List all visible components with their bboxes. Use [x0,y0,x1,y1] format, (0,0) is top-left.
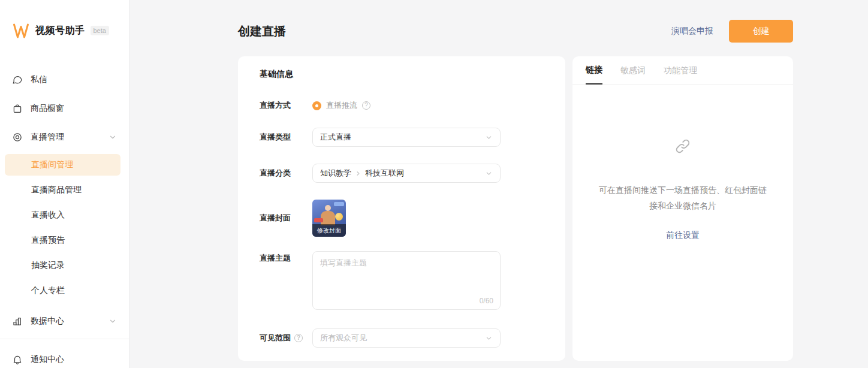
help-icon[interactable]: ? [362,101,370,110]
concert-apply-link[interactable]: 演唱会申报 [671,26,713,37]
cover-tag-decor [334,202,344,206]
live-type-row: 直播类型 正式直播 [260,128,544,147]
panel-tabs: 链接 敏感词 功能管理 [572,56,793,85]
cover-banner-decor [314,218,323,222]
live-category-row: 直播分类 知识教学 科技互联网 [260,164,544,183]
cover-coin-decor [335,213,343,221]
tab-links[interactable]: 链接 [586,65,602,85]
links-panel-card: 链接 敏感词 功能管理 可在直播间推送下一场直播预告、红包封面链接和企业微信名片… [572,56,793,361]
content-cards: 基础信息 直播方式 直播推流 ? 直播类型 [238,56,793,361]
tab-sensitive-words[interactable]: 敏感词 [620,65,646,84]
brand-name: 视频号助手 [35,25,85,37]
sidebar: 视频号助手 beta 私信 商品橱窗 直播管理 [0,0,129,368]
sidebar-item-live-management[interactable]: 直播管理 [0,123,129,152]
sidebar-item-label: 商品橱窗 [31,103,64,114]
sidebar-item-product-showcase[interactable]: 商品橱窗 [0,94,129,123]
live-type-label: 直播类型 [260,132,312,143]
chevron-right-icon [355,170,361,177]
live-topic-field-wrap: 0/60 [312,251,501,312]
live-category-select[interactable]: 知识教学 科技互联网 [312,164,501,183]
live-category-label: 直播分类 [260,168,312,179]
sidebar-item-data-center[interactable]: 数据中心 [0,307,129,336]
link-icon-wrap [674,138,691,157]
page-header: 创建直播 演唱会申报 创建 [238,20,793,43]
tab-feature-management[interactable]: 功能管理 [664,65,697,84]
live-mode-label: 直播方式 [260,100,312,111]
live-cover-label: 直播封面 [260,213,312,224]
sidebar-item-label: 直播管理 [31,132,64,143]
category-level-2: 科技互联网 [365,168,404,179]
header-actions: 演唱会申报 创建 [671,20,793,43]
visibility-row: 可见范围 ? 所有观众可见 [260,328,544,348]
sidebar-item-personal-column[interactable]: 个人专栏 [0,278,129,303]
sidebar-nav: 私信 商品橱窗 直播管理 直播间管理 直播商品管理 直播收入 [0,65,129,368]
sidebar-item-label: 直播间管理 [31,159,73,170]
sidebar-item-lottery-records[interactable]: 抽奖记录 [0,253,129,278]
sidebar-item-notification-center[interactable]: 通知中心 [0,345,129,368]
chevron-down-icon [485,334,493,342]
sidebar-item-label: 直播收入 [31,210,65,221]
radio-selected-icon[interactable] [312,101,321,110]
create-button[interactable]: 创建 [729,20,793,43]
sidebar-item-live-preview[interactable]: 直播预告 [0,228,129,253]
live-topic-input[interactable] [312,251,501,310]
create-live-form: 直播方式 直播推流 ? 直播类型 正式直播 [260,100,544,348]
sidebar-item-label: 通知中心 [31,354,64,365]
live-mode-options: 直播推流 ? [312,100,370,111]
visibility-value: 所有观众可见 [320,333,367,343]
brand: 视频号助手 beta [0,0,129,40]
shopping-bag-icon [12,103,23,114]
live-type-value: 正式直播 [320,132,351,143]
category-level-1: 知识教学 [320,168,351,179]
chevron-down-icon [485,134,493,141]
sidebar-item-messages[interactable]: 私信 [0,65,129,94]
chevron-down-icon [108,133,117,141]
sidebar-item-label: 数据中心 [31,316,64,327]
live-topic-row: 直播主题 0/60 [260,251,544,312]
chat-icon [12,74,23,85]
section-title: 基础信息 [260,69,544,80]
channels-logo-icon [12,22,30,40]
live-icon [12,132,23,143]
live-cover-thumbnail[interactable]: 修改封面 [312,200,346,237]
live-topic-label: 直播主题 [260,253,312,264]
live-cover-row: 直播封面 修改封面 [260,200,544,237]
links-panel-body: 可在直播间推送下一场直播预告、红包封面链接和企业微信名片 前往设置 [572,85,793,241]
go-to-settings-link[interactable]: 前往设置 [666,230,700,241]
visibility-label: 可见范围 ? [260,333,312,343]
sidebar-item-label: 个人专栏 [31,285,65,296]
bell-icon [12,354,23,365]
link-icon [674,138,691,155]
sidebar-item-live-income[interactable]: 直播收入 [0,203,129,228]
sidebar-item-label: 私信 [31,74,47,85]
panel-empty-text: 可在直播间推送下一场直播预告、红包封面链接和企业微信名片 [599,182,767,213]
sidebar-item-label: 直播商品管理 [31,185,82,195]
live-mode-row: 直播方式 直播推流 ? [260,100,544,111]
sidebar-item-live-goods-management[interactable]: 直播商品管理 [0,177,129,203]
chevron-down-icon [485,170,493,177]
live-type-select[interactable]: 正式直播 [312,128,501,147]
visibility-select[interactable]: 所有观众可见 [312,328,501,348]
sidebar-item-label: 抽奖记录 [31,260,65,271]
page-title: 创建直播 [238,23,286,40]
help-icon[interactable]: ? [294,334,303,342]
basic-info-card: 基础信息 直播方式 直播推流 ? 直播类型 [238,56,565,361]
char-counter: 0/60 [480,297,493,305]
sidebar-divider [0,339,129,339]
cover-person-decor [325,205,331,211]
sidebar-item-label: 直播预告 [31,235,65,246]
sidebar-item-live-room-management[interactable]: 直播间管理 [5,154,120,176]
live-push-option-label: 直播推流 [326,100,357,111]
edit-cover-overlay[interactable]: 修改封面 [312,224,346,237]
beta-badge: beta [91,26,109,35]
bar-chart-icon [12,316,23,327]
chevron-down-icon [108,317,117,325]
main-content: 创建直播 演唱会申报 创建 基础信息 直播方式 直播推流 ? [129,0,868,368]
